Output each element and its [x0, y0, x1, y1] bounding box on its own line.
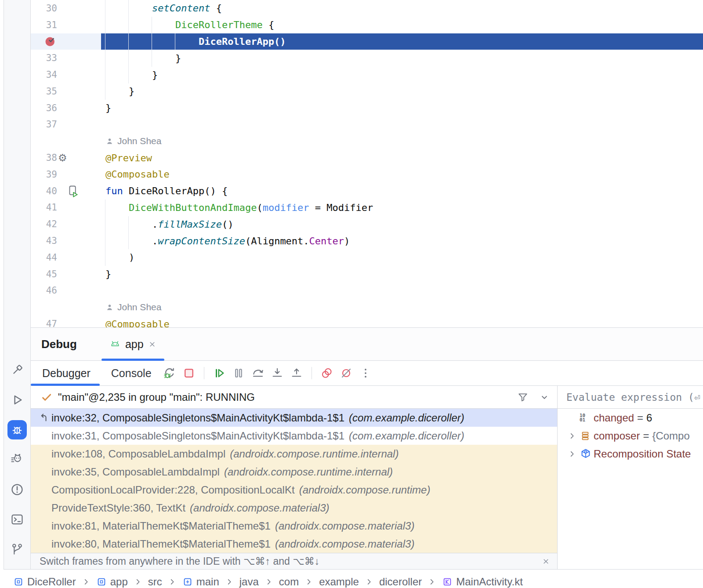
thread-status-check-icon: [40, 391, 53, 403]
expand-chevron-icon[interactable]: [567, 431, 580, 441]
tool-stripe-terminal-button[interactable]: [10, 512, 24, 526]
evaluate-expression-input[interactable]: Evaluate expression (⏎: [558, 386, 703, 409]
line-number: 44: [31, 252, 57, 263]
session-tab-app[interactable]: app: [101, 328, 164, 360]
tool-stripe-problems-button[interactable]: [10, 483, 24, 497]
tool-stripe-build-hammer-button[interactable]: [10, 363, 24, 377]
editor-line-31: 31 DiceRollerTheme {: [31, 17, 703, 33]
person-icon: [105, 303, 114, 312]
code-text: DiceWithButtonAndImage(modifier = Modifi…: [101, 200, 703, 216]
variable-row[interactable]: Recomposition State: [558, 445, 703, 463]
breadcrumb-separator-icon: [225, 577, 234, 587]
breadcrumb-item-diceroller[interactable]: diceroller: [379, 576, 422, 588]
editor-gutter: [57, 232, 101, 249]
view-breakpoints-button[interactable]: [319, 366, 334, 381]
problems-icon: [10, 483, 24, 497]
frame-package: (com.example.diceroller): [349, 430, 464, 442]
close-icon[interactable]: [148, 340, 156, 348]
variable-row[interactable]: 1001changed=6: [558, 409, 703, 427]
breadcrumb-label: MainActivity.kt: [456, 576, 523, 588]
git-branch-icon: [10, 542, 24, 556]
mute-breakpoints-icon: [340, 367, 353, 380]
editor-line-45: 45}: [31, 266, 703, 283]
stack-frame-row[interactable]: invoke:108, ComposableLambdaImpl(android…: [31, 445, 557, 463]
chevron-down-icon[interactable]: [539, 392, 550, 403]
code-editor[interactable]: 30 setContent {31 DiceRollerTheme { Dice…: [31, 0, 703, 327]
primitive-value-icon: 1001: [580, 414, 594, 422]
stack-frame-row[interactable]: CompositionLocalProvider:228, Compositio…: [31, 481, 557, 499]
breadcrumb-label: diceroller: [379, 576, 422, 588]
line-number: 42: [31, 219, 57, 229]
code-text: @Composable: [101, 166, 703, 183]
line-number: 34: [31, 69, 57, 80]
breadcrumb-item-example[interactable]: example: [319, 576, 359, 588]
close-icon[interactable]: [542, 557, 550, 566]
tool-stripe-profiler-cat-button[interactable]: [10, 453, 24, 467]
author-annotation: John Shea: [31, 299, 703, 316]
breadcrumb-separator-icon: [167, 577, 177, 587]
breadcrumb-item-src[interactable]: src: [148, 576, 162, 588]
editor-line-46: 46: [31, 283, 703, 299]
breadcrumb-label: src: [148, 576, 162, 588]
variable-value: {Compo: [652, 430, 689, 442]
tab-debugger[interactable]: Debugger: [42, 361, 91, 385]
breadcrumb-item-diceroller[interactable]: DiceRoller: [13, 576, 76, 588]
variables-list: 1001changed=6composer={CompoRecompositio…: [558, 409, 703, 463]
code-text: fun DiceRollerApp() {: [101, 183, 703, 200]
code-text: .fillMaxSize(): [101, 216, 703, 232]
stop-button[interactable]: [181, 366, 196, 381]
rerun-debug-button[interactable]: [162, 366, 177, 381]
line-number: 46: [31, 285, 57, 296]
frames-hint-banner: Switch frames from anywhere in the IDE w…: [31, 553, 557, 569]
breadcrumb-item-app[interactable]: app: [96, 576, 128, 588]
frames-panel: "main"@2,235 in group "main": RUNNING in…: [31, 386, 557, 569]
tool-window-stripe: [4, 0, 31, 569]
debugger-content: "main"@2,235 in group "main": RUNNING in…: [31, 386, 703, 569]
gear-icon[interactable]: ⚙: [58, 152, 67, 163]
editor-gutter: [57, 50, 101, 66]
stack-frame-row[interactable]: invoke:31, ComposableSingletons$MainActi…: [31, 427, 557, 445]
step-over-button[interactable]: [250, 366, 265, 381]
breadcrumb-separator-icon: [81, 577, 91, 587]
stack-frame-row[interactable]: invoke:80, MaterialThemeKt$MaterialTheme…: [31, 535, 557, 553]
breakpoint-icon[interactable]: [44, 35, 57, 48]
stack-frame-row[interactable]: ProvideTextStyle:360, TextKt(androidx.co…: [31, 499, 557, 517]
breadcrumb-item-mainactivity-kt[interactable]: MainActivity.kt: [442, 576, 523, 588]
frame-package: (androidx.compose.runtime.internal): [230, 448, 399, 460]
editor-line-34: 34 }: [31, 66, 703, 83]
tab-console[interactable]: Console: [111, 361, 152, 385]
editor-gutter: [57, 66, 101, 83]
expand-chevron-icon[interactable]: [567, 449, 580, 459]
stack-frame-row[interactable]: invoke:32, ComposableSingletons$MainActi…: [31, 409, 557, 427]
toolbar-separator: [312, 367, 312, 379]
frame-location: CompositionLocalProvider:228, Compositio…: [51, 484, 295, 496]
variable-row[interactable]: composer={Compo: [558, 427, 703, 445]
line-number: 45: [31, 269, 57, 279]
line-number: 30: [31, 3, 57, 14]
frame-return-icon: [38, 412, 50, 424]
tool-stripe-run-button[interactable]: [10, 393, 24, 407]
step-out-button[interactable]: [289, 366, 304, 381]
stack-frame-row[interactable]: invoke:81, MaterialThemeKt$MaterialTheme…: [31, 517, 557, 535]
mute-breakpoints-button[interactable]: [339, 366, 354, 381]
tool-stripe-git-branch-button[interactable]: [10, 542, 24, 556]
resume-button[interactable]: [212, 366, 227, 381]
kotlin-file-icon: [442, 577, 453, 587]
breadcrumb-item-com[interactable]: com: [279, 576, 299, 588]
module-icon: [13, 577, 24, 587]
editor-gutter: [57, 83, 101, 100]
line-number: [31, 34, 57, 49]
pause-button[interactable]: [231, 366, 246, 381]
filter-icon[interactable]: [517, 391, 529, 403]
thread-selector[interactable]: "main"@2,235 in group "main": RUNNING: [31, 386, 557, 409]
preview-run-icon[interactable]: [67, 185, 79, 198]
build-hammer-icon: [10, 363, 24, 377]
stack-frame-row[interactable]: invoke:35, ComposableLambdaImpl(androidx…: [31, 463, 557, 481]
breadcrumb-item-java[interactable]: java: [239, 576, 259, 588]
more-button[interactable]: [358, 366, 373, 381]
breadcrumb-item-main[interactable]: main: [182, 576, 219, 588]
tool-stripe-debug-bug-button[interactable]: [7, 420, 27, 439]
editor-line-47: 47@Composable: [31, 316, 703, 327]
window-edge: [0, 0, 4, 588]
step-into-button[interactable]: [270, 366, 285, 381]
